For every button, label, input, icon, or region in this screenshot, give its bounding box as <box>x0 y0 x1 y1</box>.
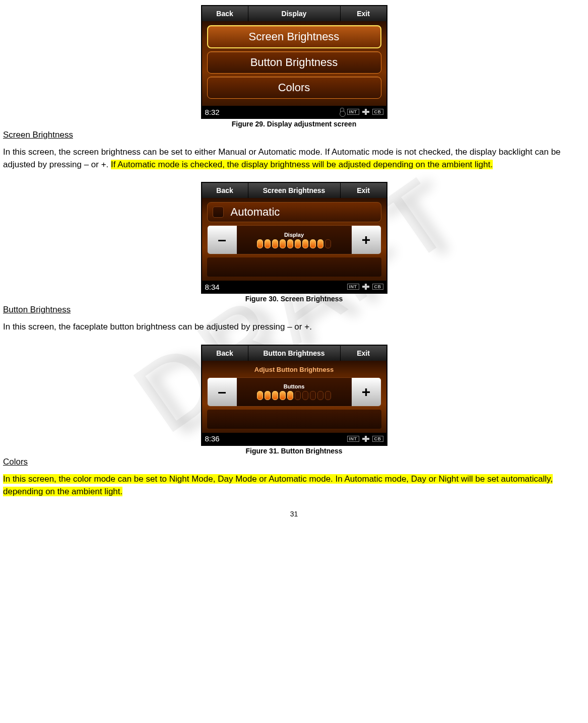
back-button[interactable]: Back <box>202 183 248 198</box>
automatic-label: Automatic <box>231 206 280 219</box>
back-button[interactable]: Back <box>202 6 248 21</box>
screen-title: Screen Brightness <box>248 183 341 198</box>
heading-button-brightness: Button Brightness <box>3 305 588 315</box>
clock: 8:32 <box>205 108 220 116</box>
hd-logo-icon <box>362 109 369 115</box>
menu-screen-brightness[interactable]: Screen Brightness <box>207 25 381 48</box>
menu-button-brightness[interactable]: Button Brightness <box>207 51 381 74</box>
brightness-pip <box>295 239 301 248</box>
automatic-checkbox[interactable] <box>213 207 224 218</box>
clock: 8:36 <box>205 434 220 443</box>
brightness-pip <box>310 391 316 400</box>
brightness-pip <box>302 391 308 400</box>
brightness-pip <box>257 391 263 400</box>
brightness-pip <box>265 239 271 248</box>
int-badge: INT <box>347 109 359 115</box>
hd-logo-icon <box>362 284 369 290</box>
decrease-button[interactable]: – <box>208 226 237 254</box>
brightness-pip <box>287 239 293 248</box>
figure-caption-30: Figure 30. Screen Brightness <box>0 295 588 303</box>
page-number: 31 <box>0 510 588 518</box>
adjust-header: Adjust Button Brightness <box>207 366 381 373</box>
exit-button[interactable]: Exit <box>341 6 386 21</box>
panel-spacer <box>207 410 381 429</box>
panel-spacer <box>207 257 381 277</box>
brightness-pip <box>302 239 308 248</box>
brightness-pip <box>280 391 286 400</box>
screen-title: Button Brightness <box>248 346 341 361</box>
int-badge: INT <box>347 436 359 442</box>
cb-badge: CB <box>372 436 383 442</box>
slider-pips <box>257 239 331 248</box>
exit-button[interactable]: Exit <box>341 183 386 198</box>
brightness-pip <box>280 239 286 248</box>
exit-button[interactable]: Exit <box>341 346 386 361</box>
heading-screen-brightness: Screen Brightness <box>3 130 588 140</box>
int-badge: INT <box>347 284 359 290</box>
brightness-pip <box>317 239 323 248</box>
para-screen-brightness: In this screen, the screen brightness ca… <box>3 146 585 171</box>
cb-badge: CB <box>372 109 383 115</box>
temperature-icon <box>340 108 344 116</box>
brightness-pip <box>295 391 301 400</box>
brightness-pip <box>325 391 331 400</box>
slider-label: Display <box>284 232 304 238</box>
brightness-pip <box>265 391 271 400</box>
para-colors: In this screen, the color mode can be se… <box>3 473 585 498</box>
automatic-toggle-row[interactable]: Automatic <box>207 202 381 222</box>
slider-label: Buttons <box>284 383 305 389</box>
brightness-pip <box>310 239 316 248</box>
heading-colors: Colors <box>3 457 588 467</box>
back-button[interactable]: Back <box>202 346 248 361</box>
brightness-pip <box>287 391 293 400</box>
brightness-pip <box>317 391 323 400</box>
increase-button[interactable]: + <box>352 226 381 254</box>
menu-colors[interactable]: Colors <box>207 77 381 99</box>
figure-caption-31: Figure 31. Button Brightness <box>0 447 588 455</box>
brightness-pip <box>272 391 278 400</box>
increase-button[interactable]: + <box>352 378 381 406</box>
figure-caption-29: Figure 29. Display adjustment screen <box>0 120 588 128</box>
brightness-pip <box>272 239 278 248</box>
brightness-pip <box>325 239 331 248</box>
clock: 8:34 <box>205 283 220 291</box>
device-fig29: Back Display Exit Screen Brightness Butt… <box>201 5 387 119</box>
cb-badge: CB <box>372 284 383 290</box>
hd-logo-icon <box>362 436 369 442</box>
device-fig31: Back Button Brightness Exit Adjust Butto… <box>201 345 387 446</box>
brightness-slider: – Buttons + <box>207 377 381 407</box>
screen-title: Display <box>248 6 341 21</box>
para-button-brightness: In this screen, the faceplate button bri… <box>3 321 585 334</box>
device-fig30: Back Screen Brightness Exit Automatic – … <box>201 182 387 294</box>
brightness-pip <box>257 239 263 248</box>
slider-pips <box>257 391 331 400</box>
brightness-slider: – Display + <box>207 225 381 254</box>
decrease-button[interactable]: – <box>208 378 237 406</box>
